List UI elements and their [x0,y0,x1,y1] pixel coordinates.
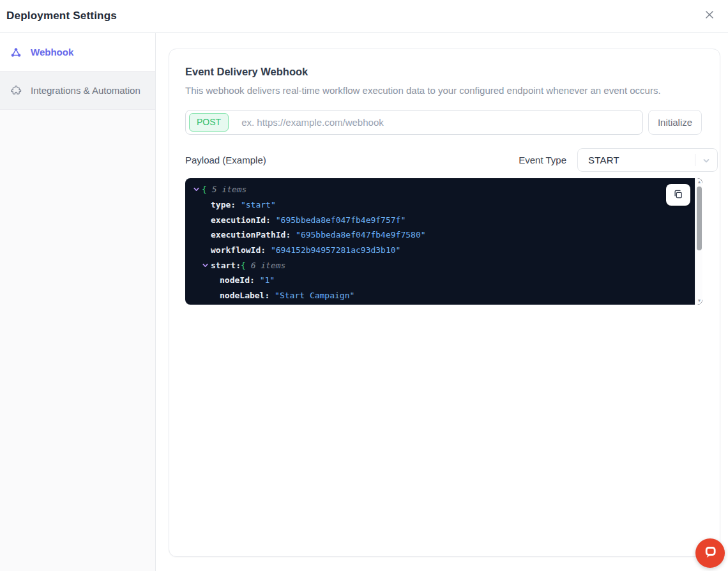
select-divider [695,154,695,166]
code-line: { 5 items [185,182,702,197]
event-type-select[interactable]: START [577,148,718,172]
code-line: nodeId: "1" [185,273,702,288]
initialize-button[interactable]: Initialize [648,110,702,135]
scroll-down-arrow[interactable]: ▼ [695,298,702,304]
code-line: type: "start" [185,197,702,213]
collapse-chevron-icon[interactable] [202,262,211,269]
header: Deployment Settings [0,0,728,33]
payload-row: Payload (Example) Event Type START [185,148,718,172]
close-button[interactable] [700,6,719,26]
copy-button[interactable] [666,184,690,206]
webhook-icon [10,46,22,59]
sidebar-item-integrations[interactable]: Integrations & Automation [0,72,155,110]
code-line: executionPathId: "695bbeda8ef047fb4e9f75… [185,227,702,243]
code-line: nodeLabel: "Start Campaign" [185,288,702,303]
code-line: executionId: "695bbeda8ef047fb4e9f757f" [185,212,702,227]
puzzle-icon [10,84,22,97]
code-line: start:{ 6 items [185,257,702,273]
sidebar-item-label: Integrations & Automation [31,85,140,96]
sidebar-item-webhook[interactable]: Webhook [0,33,155,72]
scroll-up-arrow[interactable]: ▲ [695,179,702,185]
section-title: Event Delivery Webhook [185,66,308,78]
collapse-chevron-icon[interactable] [193,186,202,193]
sidebar: Webhook Integrations & Automation [0,33,156,571]
webhook-url-input[interactable] [229,110,642,134]
chevron-down-icon [701,156,711,169]
method-badge: POST [189,113,229,132]
page-title: Deployment Settings [6,10,117,22]
section-description: This webhook delivers real-time workflow… [185,85,661,96]
close-icon [702,8,717,24]
code-line: workflowId: "694152b94957281ac93d3b10" [185,243,702,258]
event-type-label: Event Type [519,155,566,165]
payload-label: Payload (Example) [185,155,266,165]
sidebar-item-label: Webhook [31,47,73,57]
copy-icon [672,188,684,202]
chat-launcher-button[interactable] [695,538,725,568]
scrollbar-thumb[interactable] [697,187,702,250]
webhook-url-field[interactable]: POST [185,110,643,135]
code-scrollbar[interactable]: ▲ ▼ [695,178,702,305]
chat-bubble-icon [701,543,719,563]
settings-card: Event Delivery Webhook This webhook deli… [169,49,720,557]
webhook-url-row: POST Initialize [185,110,718,135]
code-lines: { 5 itemstype: "start"executionId: "695b… [185,178,702,303]
payload-code-block: { 5 itemstype: "start"executionId: "695b… [185,178,702,305]
event-type-value: START [588,155,619,165]
